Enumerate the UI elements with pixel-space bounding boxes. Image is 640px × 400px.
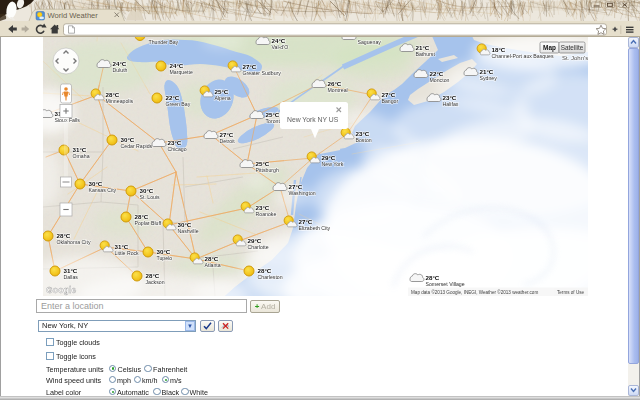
- svg-text:Halifax: Halifax: [443, 101, 459, 107]
- svg-text:Satellite: Satellite: [561, 44, 584, 51]
- svg-text:Saguenay: Saguenay: [358, 39, 382, 45]
- svg-text:Little Rock: Little Rock: [115, 250, 140, 256]
- svg-text:Google: Google: [46, 285, 77, 295]
- svg-text:Map: Map: [543, 44, 556, 52]
- svg-text:Marquette: Marquette: [170, 69, 193, 75]
- svg-text:St. John's: St. John's: [562, 55, 588, 61]
- svg-text:Atlanta: Atlanta: [205, 262, 221, 268]
- svg-text:Chicago: Chicago: [168, 146, 187, 152]
- svg-text:Roanoke: Roanoke: [256, 211, 277, 217]
- svg-text:Bathurst: Bathurst: [416, 51, 436, 57]
- svg-text:Charleston: Charleston: [258, 274, 283, 280]
- svg-text:Detroit: Detroit: [220, 138, 236, 144]
- svg-text:Jackson: Jackson: [146, 279, 165, 285]
- svg-text:New York: New York: [322, 161, 344, 167]
- svg-text:Cedar Rapids: Cedar Rapids: [121, 143, 153, 149]
- svg-text:Pittsburgh: Pittsburgh: [256, 167, 279, 173]
- svg-text:St. Louis: St. Louis: [140, 194, 161, 200]
- svg-text:Omaha: Omaha: [73, 153, 90, 159]
- svg-text:Montreal: Montreal: [328, 87, 348, 93]
- svg-text:Boston: Boston: [356, 137, 372, 143]
- svg-text:Channel-Port aux Basques: Channel-Port aux Basques: [492, 53, 554, 59]
- svg-text:Bangor: Bangor: [382, 98, 399, 104]
- svg-text:New York NY US: New York NY US: [287, 116, 339, 123]
- svg-text:Charlotte: Charlotte: [248, 244, 269, 250]
- svg-text:Poplar Bluff: Poplar Bluff: [135, 220, 162, 226]
- svg-text:Oklahoma City: Oklahoma City: [57, 239, 91, 245]
- svg-text:Moncton: Moncton: [430, 77, 450, 83]
- svg-text:Thunder Bay: Thunder Bay: [149, 39, 179, 45]
- svg-text:Minneapolis: Minneapolis: [106, 98, 134, 104]
- svg-text:World Weather: World Weather: [48, 11, 99, 20]
- svg-text:Map data ©2013 Google, INEGI,: Map data ©2013 Google, INEGI, Weather ©2…: [411, 289, 538, 295]
- svg-text:Terms of Use: Terms of Use: [557, 290, 585, 295]
- svg-text:Elizabeth City: Elizabeth City: [299, 225, 331, 231]
- svg-text:Washington: Washington: [289, 190, 316, 196]
- svg-text:Nashville: Nashville: [178, 228, 199, 234]
- svg-text:Somerset Village: Somerset Village: [426, 281, 465, 287]
- svg-text:Greater Sudbury: Greater Sudbury: [243, 70, 282, 76]
- svg-text:Val-d'O: Val-d'O: [272, 44, 289, 50]
- svg-text:Duluth: Duluth: [113, 67, 128, 73]
- svg-text:Green Bay: Green Bay: [166, 101, 191, 107]
- svg-text:Alpena: Alpena: [215, 95, 231, 101]
- svg-text:Sydney: Sydney: [480, 75, 498, 81]
- svg-text:Kansas City: Kansas City: [89, 187, 117, 193]
- svg-text:Tupelo: Tupelo: [157, 255, 173, 261]
- svg-text:Dallas: Dallas: [64, 274, 79, 280]
